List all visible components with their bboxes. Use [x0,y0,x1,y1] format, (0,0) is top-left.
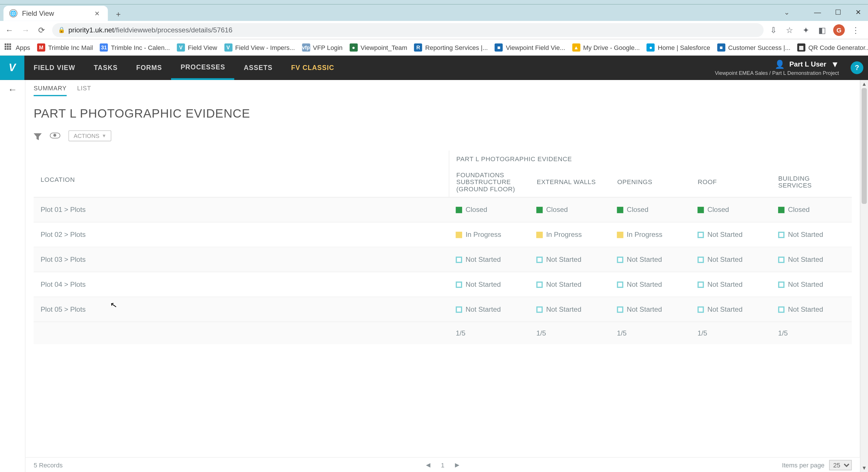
bookmark-item[interactable]: VField View [177,43,217,51]
forward-button[interactable]: → [20,25,31,34]
bookmark-item[interactable]: ●Home | Salesforce [647,43,710,51]
subtab-list[interactable]: LIST [77,85,91,96]
bookmark-item[interactable]: vfpVFP Login [302,43,343,51]
status-cell[interactable]: Not Started [771,272,852,297]
status-cell[interactable]: Not Started [529,247,610,272]
nav-item-assets[interactable]: ASSETS [235,56,282,80]
nav-item-field-view[interactable]: FIELD VIEW [24,56,85,80]
location-cell[interactable]: Plot 04 > Plots [34,272,448,297]
nav-item-tasks[interactable]: TASKS [85,56,127,80]
location-cell[interactable]: Plot 05 > Plots [34,297,448,322]
pager-current: 1 [441,461,444,468]
chevron-down-icon[interactable]: ▼ [831,60,839,69]
actions-label: ACTIONS [74,133,100,139]
bookmark-item[interactable]: Apps [5,43,30,51]
status-cell[interactable]: Not Started [691,297,771,322]
status-cell[interactable]: Not Started [771,223,852,247]
back-arrow-icon[interactable]: ← [8,85,17,472]
help-button[interactable]: ? [850,61,863,74]
brand-logo[interactable]: V [0,56,24,80]
address-field[interactable]: 🔒 priority1.uk.net/fieldviewweb/processe… [52,23,764,37]
status-cell[interactable]: Not Started [771,297,852,322]
status-cell[interactable]: Closed [529,198,610,222]
nav-item-forms[interactable]: FORMS [127,56,172,80]
column-header[interactable]: OPENINGS [610,167,691,197]
status-cell[interactable]: Closed [610,198,691,222]
status-cell[interactable]: Not Started [691,247,771,272]
close-window-button[interactable]: ✕ [851,7,864,17]
bookmark-label: Field View - Impers... [235,44,295,51]
eye-icon[interactable] [50,133,60,138]
status-cell[interactable]: In Progress [610,223,691,247]
status-cell[interactable]: Not Started [529,272,610,297]
filter-icon[interactable] [34,127,42,144]
status-cell[interactable]: Closed [691,198,771,222]
new-tab-button[interactable]: + [113,7,124,21]
pager-prev[interactable]: ◀ [426,462,431,468]
status-cell[interactable]: Not Started [448,247,529,272]
bookmark-item[interactable]: 31Trimble Inc - Calen... [100,43,170,51]
status-cell[interactable]: In Progress [529,223,610,247]
status-cell[interactable]: Not Started [448,272,529,297]
subtab-summary[interactable]: SUMMARY [34,85,67,96]
close-icon[interactable]: ✕ [92,8,102,18]
bookmark-item[interactable]: ■Viewpoint Field Vie... [495,43,565,51]
status-cell[interactable]: Closed [771,198,852,222]
bookmark-item[interactable]: ▦QR Code Generator... [797,43,868,51]
minimize-button[interactable]: — [811,7,825,17]
column-header[interactable]: ROOF [691,167,771,197]
scroll-down-icon[interactable]: ▼ [861,465,868,471]
browser-tabstrip: 🌐 Field View ✕ + ⌄ — ☐ ✕ [0,5,868,21]
kebab-menu-icon[interactable]: ⋮ [850,25,861,35]
star-icon[interactable]: ☆ [784,25,795,35]
column-header[interactable]: BUILDING SERVICES [771,167,851,197]
sidepanel-icon[interactable]: ◧ [817,25,827,35]
install-icon[interactable]: ⇩ [768,25,779,35]
closed-status-icon [698,206,704,213]
profile-avatar[interactable]: G [833,24,845,36]
status-cell[interactable]: Not Started [529,297,610,322]
reload-button[interactable]: ⟳ [36,25,48,34]
bookmark-label: Trimble Inc Mail [48,44,93,51]
bookmark-item[interactable]: MTrimble Inc Mail [37,43,93,51]
status-cell[interactable]: Not Started [610,272,691,297]
bookmark-item[interactable]: ●Viewpoint_Team [350,43,407,51]
scroll-thumb[interactable] [862,88,867,204]
notstarted-status-icon [456,256,462,263]
status-label: Not Started [788,231,823,239]
location-cell[interactable]: Plot 02 > Plots [34,223,448,247]
status-cell[interactable]: Not Started [448,297,529,322]
column-header[interactable]: FOUNDATIONS SUBSTRUCTURE (GROUND FLOOR) [450,167,530,197]
location-cell[interactable]: Plot 03 > Plots [34,247,448,272]
status-cell[interactable]: Closed [448,198,529,222]
bookmark-item[interactable]: ■Customer Success |... [717,43,790,51]
nav-item-fv-classic[interactable]: FV CLASSIC [282,56,344,80]
extensions-icon[interactable]: ✦ [801,25,811,35]
scroll-up-icon[interactable]: ▲ [861,81,868,87]
maximize-button[interactable]: ☐ [832,7,845,17]
project-breadcrumb: Viewpoint EMEA Sales / Part L Demonstrat… [715,70,839,76]
column-header[interactable]: EXTERNAL WALLS [530,167,610,197]
bookmark-item[interactable]: RReporting Services |... [414,43,488,51]
back-button[interactable]: ← [3,25,15,34]
bookmark-item[interactable]: VField View - Impers... [224,43,295,51]
status-cell[interactable]: Not Started [771,247,852,272]
footer-count: 1/5 [610,322,691,344]
browser-tab[interactable]: 🌐 Field View ✕ [3,6,108,21]
bookmark-label: QR Code Generator... [808,44,868,51]
status-cell[interactable]: Not Started [691,223,771,247]
chevron-down-icon[interactable]: ⌄ [780,7,793,17]
actions-button[interactable]: ACTIONS ▼ [68,130,112,141]
status-cell[interactable]: Not Started [610,297,691,322]
pager-next[interactable]: ▶ [455,462,460,468]
status-cell[interactable]: Not Started [691,272,771,297]
closed-status-icon [536,206,543,213]
location-cell[interactable]: Plot 01 > Plots [34,198,448,222]
nav-item-processes[interactable]: PROCESSES [172,56,235,80]
vertical-scrollbar[interactable]: ▲ ▼ [860,80,868,472]
status-cell[interactable]: Not Started [610,247,691,272]
ipp-select[interactable]: 25 [829,460,852,470]
bookmark-item[interactable]: ▲My Drive - Google... [572,43,640,51]
status-cell[interactable]: In Progress [448,223,529,247]
bookmark-favicon: ● [647,43,655,51]
